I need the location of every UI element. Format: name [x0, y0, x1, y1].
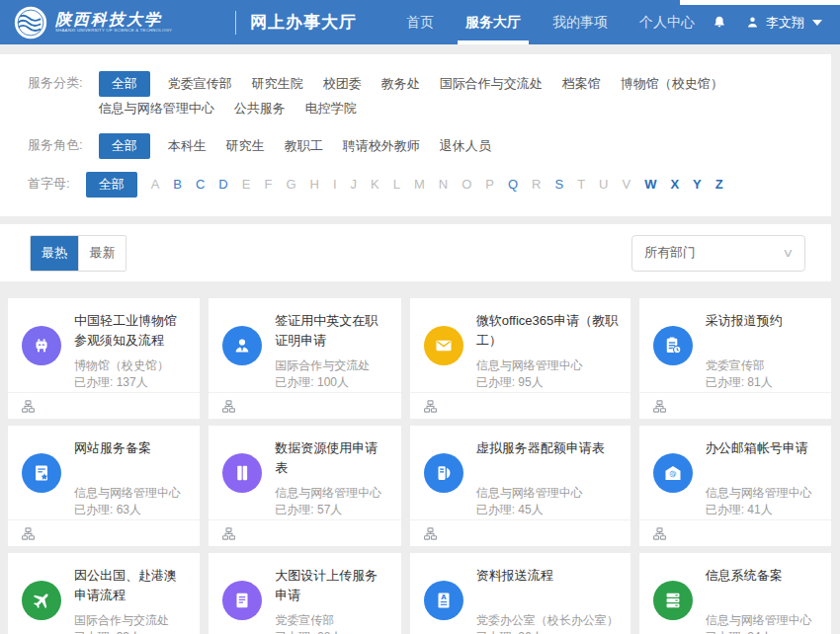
initial-option[interactable]: J [351, 173, 358, 197]
service-card[interactable]: A 资料报送流程 党委办公室（校长办公室） 已办理: 26人 [410, 553, 630, 634]
service-department: 信息与网络管理中心 [275, 485, 388, 502]
initial-option[interactable]: Y [693, 173, 702, 197]
flow-icon[interactable] [21, 399, 36, 414]
initial-option[interactable]: R [532, 173, 541, 197]
flow-icon[interactable] [652, 526, 667, 541]
sort-tabs: 最热最新 [30, 235, 126, 272]
applicant-icon [222, 326, 262, 365]
category-option[interactable]: 全部 [99, 71, 150, 97]
initial-option[interactable]: Q [508, 173, 518, 197]
initial-option[interactable]: Z [715, 173, 723, 197]
card-main: @ 办公邮箱帐号申请 信息与网络管理中心 已办理: 41人 [639, 426, 831, 519]
category-option[interactable]: 研究生院 [252, 72, 303, 96]
category-option[interactable]: 档案馆 [562, 72, 601, 96]
flow-icon[interactable] [221, 526, 236, 541]
museum-ding-icon [22, 326, 61, 365]
service-title: 采访报道预约 [706, 311, 819, 353]
service-card[interactable]: 网站服务备案 信息与网络管理中心 已办理: 63人 [8, 426, 200, 546]
service-card[interactable]: 虚拟服务器配额申请表 信息与网络管理中心 已办理: 45人 [410, 426, 630, 546]
role-option[interactable]: 退休人员 [440, 134, 491, 158]
service-department: 党委宣传部 [275, 612, 388, 629]
initial-option[interactable]: C [196, 173, 205, 197]
sort-tab[interactable]: 最新 [78, 236, 126, 271]
role-option[interactable]: 聘请校外教师 [343, 134, 420, 158]
initial-option[interactable]: T [577, 173, 585, 197]
role-filter-row: 服务角色: 全部本科生研究生教职工聘请校外教师退休人员 [28, 133, 803, 159]
role-option[interactable]: 本科生 [168, 134, 207, 158]
user-name[interactable]: 李文翔 [766, 14, 804, 32]
service-department: 信息与网络管理中心 [476, 485, 619, 502]
nav-item[interactable]: 我的事项 [537, 0, 624, 44]
chevron-down-icon: ∨ [782, 246, 794, 260]
category-filter-label: 服务分类: [28, 71, 83, 95]
initial-option[interactable]: A [151, 173, 160, 197]
service-card[interactable]: 数据资源使用申请表 信息与网络管理中心 已办理: 57人 [209, 426, 400, 546]
initial-option[interactable]: P [485, 173, 494, 197]
role-option[interactable]: 教职工 [285, 134, 323, 158]
category-option[interactable]: 国际合作与交流处 [440, 72, 543, 96]
category-option[interactable]: 校团委 [323, 72, 362, 96]
service-title: 签证用中英文在职证明申请 [275, 311, 388, 353]
role-option[interactable]: 研究生 [226, 134, 265, 158]
service-card[interactable]: 采访报道预约 党委宣传部 已办理: 81人 [639, 298, 831, 419]
service-card[interactable]: 签证用中英文在职证明申请 国际合作与交流处 已办理: 100人 [209, 298, 400, 419]
initial-option[interactable]: H [310, 173, 319, 197]
card-main: A 资料报送流程 党委办公室（校长办公室） 已办理: 26人 [410, 553, 630, 634]
category-option[interactable]: 信息与网络管理中心 [99, 97, 214, 120]
initial-option[interactable]: M [414, 173, 425, 197]
initial-option[interactable]: B [173, 173, 182, 197]
initial-option[interactable]: S [554, 173, 563, 197]
initial-option[interactable]: K [371, 173, 379, 197]
initial-option[interactable]: G [286, 173, 295, 197]
category-option[interactable]: 教务处 [381, 72, 420, 96]
service-title: 数据资源使用申请表 [275, 438, 388, 480]
nav-item[interactable]: 个人中心 [624, 0, 711, 44]
initial-option[interactable]: U [599, 173, 608, 197]
role-option[interactable]: 全部 [99, 133, 150, 159]
initial-option[interactable]: 全部 [86, 172, 137, 198]
portal-title: 网上办事大厅 [250, 11, 357, 34]
flow-icon[interactable] [423, 399, 438, 414]
flow-icon[interactable] [21, 526, 36, 541]
nav-item[interactable]: 服务大厅 [450, 0, 537, 44]
initial-options: 全部ABCDEFGHIJKLMNOPQRSTUVWXYZ [86, 172, 737, 198]
service-card[interactable]: 因公出国、赴港澳申请流程 国际合作与交流处 已办理: 33人 [8, 553, 200, 634]
chevron-down-icon[interactable] [812, 20, 822, 26]
service-card[interactable]: 大图设计上传服务申请 党委宣传部 已办理: 28人 [209, 553, 400, 634]
initial-option[interactable]: L [393, 173, 400, 197]
initial-option[interactable]: D [218, 173, 227, 197]
service-title: 中国轻工业博物馆参观须知及流程 [74, 311, 188, 353]
category-option[interactable]: 公共服务 [234, 97, 286, 120]
category-option[interactable]: 博物馆（校史馆） [621, 72, 723, 96]
initial-option[interactable]: V [622, 173, 630, 197]
flow-icon[interactable] [423, 526, 438, 541]
service-handled-count: 已办理: 57人 [275, 502, 388, 518]
flow-icon[interactable] [221, 399, 236, 414]
card-main: 网站服务备案 信息与网络管理中心 已办理: 63人 [8, 426, 200, 519]
initial-option[interactable]: N [439, 173, 448, 197]
department-select[interactable]: 所有部门 ∨ [631, 235, 805, 272]
initial-option[interactable]: X [670, 173, 679, 197]
initial-option[interactable]: E [242, 173, 251, 197]
initial-option[interactable]: W [644, 173, 656, 197]
flow-icon[interactable] [652, 399, 667, 414]
mail-at-icon: @ [653, 453, 693, 493]
service-card[interactable]: 信息系统备案 信息与网络管理中心 已办理: 24人 [639, 553, 831, 634]
service-department: 国际合作与交流处 [74, 612, 188, 629]
category-option[interactable]: 党委宣传部 [168, 72, 232, 96]
bell-icon[interactable] [712, 15, 727, 31]
service-handled-count: 已办理: 26人 [476, 629, 619, 634]
sort-toolbar: 最热最新 所有部门 ∨ [0, 224, 831, 281]
initial-option[interactable]: I [333, 173, 337, 197]
service-card[interactable]: 微软office365申请（教职工） 信息与网络管理中心 已办理: 95人 [410, 298, 630, 419]
initial-option[interactable]: F [264, 173, 272, 197]
user-area: 李文翔 [712, 14, 822, 32]
card-footer [410, 519, 630, 546]
category-option[interactable]: 电控学院 [305, 97, 357, 120]
sort-tab[interactable]: 最热 [31, 236, 78, 271]
card-main: 签证用中英文在职证明申请 国际合作与交流处 已办理: 100人 [209, 298, 400, 392]
service-card[interactable]: 中国轻工业博物馆参观须知及流程 博物馆（校史馆） 已办理: 137人 [8, 298, 200, 419]
nav-item[interactable]: 首页 [390, 0, 450, 44]
initial-option[interactable]: O [462, 173, 471, 197]
service-card[interactable]: @ 办公邮箱帐号申请 信息与网络管理中心 已办理: 41人 [639, 426, 831, 546]
